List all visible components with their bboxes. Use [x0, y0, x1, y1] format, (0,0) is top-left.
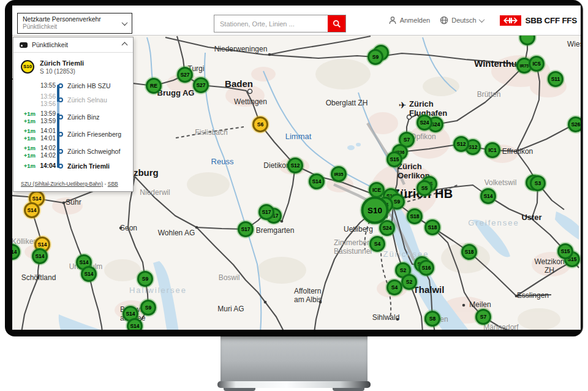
timeline-line-progress	[57, 102, 59, 113]
line-badge-s14[interactable]: S14	[32, 248, 48, 264]
line-badge-s15[interactable]: S15	[386, 151, 402, 167]
stop-name: Zürich Selnau	[67, 96, 107, 104]
chevron-down-icon	[478, 17, 484, 23]
monitor-mockup: Anmelden Deutsch	[0, 0, 588, 391]
line-badge-s14[interactable]: S14	[309, 173, 325, 189]
network-layer-dropdown[interactable]: Netzkarte Personenverkehr Pünktlichkeit	[17, 13, 132, 34]
network-layer-text: Netzkarte Personenverkehr Pünktlichkeit	[23, 15, 123, 31]
line-badge-s24[interactable]: S24	[417, 115, 432, 131]
line-badge-s26[interactable]: S26	[568, 116, 581, 132]
line-badge-s18[interactable]: S18	[461, 244, 477, 260]
delay-value: +1m	[24, 127, 36, 134]
stop-row: +1m+1m14:0214:02Zürich Schweighof	[20, 144, 133, 159]
time-value: 14:01	[40, 135, 56, 142]
stop-row: +1m+1m13:5913:59Zürich Binz	[20, 110, 133, 125]
globe-icon	[440, 16, 448, 25]
monitor-stand	[221, 336, 368, 381]
time-value: 13:59	[40, 118, 56, 124]
line-badge-s27[interactable]: S27	[177, 67, 193, 83]
monitor-foot-left	[224, 388, 255, 391]
line-tag-icon	[20, 42, 28, 48]
airport-icon: ✈	[399, 100, 407, 111]
panel-footer: SZU (Sihltal-Zürich-Uetliberg-Bahn) - SB…	[21, 181, 118, 187]
timeline-node-icon	[58, 83, 63, 88]
line-badge-s14[interactable]: S14	[81, 266, 97, 282]
time-value: 13:55	[40, 82, 56, 89]
sbb-logo[interactable]: SBB CFF FFS	[500, 15, 577, 26]
language-label: Deutsch	[451, 17, 476, 24]
screen: Anmelden Deutsch	[12, 6, 581, 330]
monitor-foot-right	[333, 388, 364, 391]
stop-name: Zürich HB SZU	[67, 82, 111, 89]
line-badge-ic1[interactable]: IC1	[484, 142, 500, 158]
line-badge-s15[interactable]: S15	[557, 243, 573, 259]
line-badge-s17[interactable]: S17	[238, 221, 254, 237]
dropdown-title: Netzkarte Personenverkehr	[23, 15, 123, 23]
line-badge-s14[interactable]: S14	[480, 188, 496, 204]
panel-footer-separator: -	[103, 181, 108, 187]
line-badge-s17[interactable]: S17	[258, 204, 274, 220]
timeline-node-icon	[58, 115, 63, 120]
line-badge-s18[interactable]: S18	[424, 219, 440, 235]
time-value: 14:01	[40, 127, 56, 134]
line-badge-s14[interactable]: S14	[127, 318, 143, 330]
stop-row: +1m14:04Zürich Triemli	[20, 161, 133, 171]
timeline-node-icon	[58, 132, 63, 137]
line-badge-s12[interactable]: S12	[453, 136, 469, 152]
line-badge-s12[interactable]: S12	[287, 158, 303, 173]
line-badge-s14[interactable]: S14	[24, 202, 40, 218]
line-badge-s10[interactable]: S10	[361, 197, 389, 224]
line-badge-ic5[interactable]: IC5	[529, 56, 545, 72]
line-badge-s4[interactable]: S4	[369, 236, 385, 252]
line-badge-s24[interactable]: S24	[379, 220, 395, 236]
time-value: 14:02	[40, 145, 56, 151]
timeline-node-icon	[58, 97, 63, 102]
login-button[interactable]: Anmelden	[388, 16, 431, 25]
chevron-down-icon	[122, 20, 128, 26]
line-badge-s6[interactable]: S6	[252, 116, 268, 132]
search-box	[214, 15, 346, 32]
search-button[interactable]	[328, 15, 345, 32]
line-badge-s5[interactable]: S5	[417, 180, 432, 196]
line-badge-s4[interactable]: S4	[386, 279, 402, 295]
panel-title: Pünktlichkeit	[32, 41, 118, 48]
line-badge-s2[interactable]: S2	[401, 274, 417, 290]
punctuality-panel: Pünktlichkeit S10 Zürich Triemli S 10 (1…	[13, 37, 134, 192]
train-summary: S10 Zürich Triemli S 10 (12853)	[13, 53, 133, 78]
search-input[interactable]	[214, 15, 328, 32]
panel-header[interactable]: Pünktlichkeit	[13, 37, 133, 53]
delay-value: +1m	[24, 110, 36, 117]
line-badge-s27[interactable]: S27	[193, 77, 209, 93]
line-badge-s3[interactable]: S3	[530, 175, 546, 191]
line-badge-s8[interactable]: S8	[424, 311, 440, 327]
delay-value: +1m	[24, 152, 36, 159]
panel-footer-link[interactable]: SZU (Sihltal-Zürich-Uetliberg-Bahn)	[21, 181, 103, 187]
brand-text: SBB CFF FFS	[526, 16, 577, 25]
panel-footer-link[interactable]: SBB	[108, 181, 118, 187]
time-value: 13:56	[40, 101, 56, 107]
line-badge-s16[interactable]: S16	[418, 260, 434, 276]
line-badge-re[interactable]: RE	[146, 78, 162, 94]
time-value: 14:04	[40, 162, 56, 169]
line-badge-s11[interactable]: S11	[548, 71, 564, 87]
line-badge-s9[interactable]: S9	[137, 271, 153, 287]
time-value: 13:56	[40, 93, 56, 100]
stop-name: Zürich Schweighof	[67, 148, 120, 155]
stop-row: 13:55Zürich HB SZU	[20, 81, 133, 91]
timeline-line	[57, 85, 59, 168]
topbar-right: Anmelden Deutsch	[388, 6, 579, 35]
delay-value: +1m	[24, 162, 36, 169]
line-badge-ir35[interactable]: IR35	[331, 166, 347, 182]
sbb-flag-icon	[500, 15, 521, 26]
line-badge-s7[interactable]: S7	[475, 309, 491, 325]
line-badge-s9[interactable]: S9	[368, 49, 383, 65]
language-selector[interactable]: Deutsch	[440, 16, 483, 25]
train-line-badge: S10	[21, 60, 34, 74]
stop-row: +1m+1m14:0114:01Zürich Friesenberg	[20, 127, 133, 142]
line-badge-s18[interactable]: S18	[407, 208, 423, 224]
delay-value: +1m	[24, 118, 36, 124]
line-badge-s9[interactable]: S9	[140, 300, 156, 316]
chevron-up-icon	[122, 42, 128, 48]
stop-list: 13:55Zürich HB SZU13:5613:56Zürich Selna…	[13, 78, 133, 171]
time-value: 13:59	[40, 110, 56, 117]
